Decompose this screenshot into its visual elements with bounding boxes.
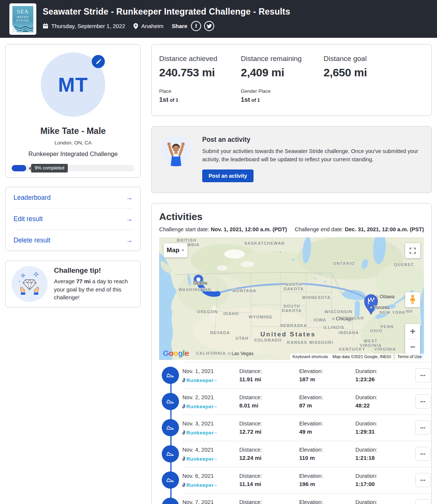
runkeeper-logo: ∂Runkeeper™ <box>182 456 239 462</box>
activity-shoe-badge <box>162 471 179 489</box>
street-view-pegman[interactable] <box>405 292 420 307</box>
route-map[interactable]: BRITISH COLUMBIASASKATCHEWANONTARIOQUEBE… <box>159 237 424 360</box>
tip-text: Average 77 mi a day to reach your goal b… <box>54 277 134 302</box>
keyboard-shortcuts[interactable]: Keyboard shortcuts <box>290 354 330 360</box>
seawater-stride-logo: SEA WATER STRIDE <box>12 6 33 32</box>
zoom-control: + − <box>405 324 420 354</box>
runkeeper-logo: ∂Runkeeper™ <box>182 403 239 409</box>
activity-elevation: Elevation: 110 m <box>299 447 355 461</box>
result-links-card: Leaderboard→Edit result→Delete result→ <box>5 187 141 251</box>
activity-row: Nov. 1, 2021 ∂Runkeeper™ Distance: 11.91… <box>159 362 424 388</box>
running-shoe-icon <box>166 502 175 504</box>
activity-row: Nov. 6, 2021 ∂Runkeeper™ Distance: 11.14… <box>159 467 424 493</box>
activity-duration: Duration: 1:29:31 <box>355 421 415 435</box>
arrow-right-icon: → <box>126 215 133 223</box>
page-title: Seawater Stride - Runkeeper Integrated C… <box>43 7 290 17</box>
edit-profile-button[interactable] <box>92 55 105 68</box>
activity-elevation: Elevation: 49 m <box>299 421 355 435</box>
activity-duration: Duration: 1:23:26 <box>355 368 415 382</box>
asics-mark-icon: ∂ <box>182 403 185 409</box>
avatar-initials: MT <box>58 73 88 96</box>
map-data-attribution: Map data ©2021 Google, INEGI <box>330 354 393 360</box>
challenge-start-date: Challenge start date:Nov. 1, 2021, 12:00… <box>159 226 287 232</box>
activity-menu-button[interactable]: ••• <box>415 473 431 487</box>
google-logo: Google <box>163 349 189 358</box>
link-leaderboard[interactable]: Leaderboard→ <box>13 187 133 208</box>
gender-place-stat: Gender Place 1st of 1 <box>241 88 271 104</box>
facebook-share-icon[interactable]: f <box>191 21 201 31</box>
tip-title: Challenge tip! <box>54 266 134 275</box>
challenge-logo: SEA WATER STRIDE <box>9 3 36 35</box>
post-activity-button[interactable]: Post an activity <box>202 169 254 182</box>
profile-card: MT Mike Tate - Male London, ON, CA Runke… <box>5 44 141 178</box>
arrow-right-icon: → <box>126 194 133 202</box>
link-edit-result[interactable]: Edit result→ <box>13 208 133 229</box>
fullscreen-icon <box>410 248 416 254</box>
asics-mark-icon: ∂ <box>182 377 185 383</box>
activity-menu-button[interactable]: ••• <box>415 421 431 435</box>
distance-stats-card: Distance achieved 240.753 mi Distance re… <box>151 44 432 116</box>
activity-list: Nov. 1, 2021 ∂Runkeeper™ Distance: 11.91… <box>159 362 424 504</box>
calendar-icon <box>43 23 48 29</box>
activities-title: Activities <box>159 211 424 223</box>
activity-row: Nov. 2, 2021 ∂Runkeeper™ Distance: 8.01 … <box>159 388 424 415</box>
activities-card: Activities Challenge start date:Nov. 1, … <box>151 203 432 504</box>
stat-distance-goal: Distance goal 2,650 mi <box>324 55 367 79</box>
activity-menu-button[interactable]: ••• <box>415 499 431 504</box>
activity-date: Nov. 2, 2021 <box>182 394 239 400</box>
activity-duration: Duration: 1:25:56 <box>355 499 415 504</box>
activity-distance: Distance: 11.91 mi <box>239 368 299 382</box>
activity-shoe-badge <box>162 393 179 410</box>
place-stat: Place 1st of 1 <box>159 88 241 104</box>
activity-date: Nov. 4, 2021 <box>182 446 239 453</box>
runkeeper-logo: ∂Runkeeper™ <box>182 430 239 436</box>
activity-menu-button[interactable]: ••• <box>415 368 431 382</box>
activity-elevation: Elevation: 87 m <box>299 394 355 409</box>
event-date: Thursday, September 1, 2022 <box>51 23 125 29</box>
activity-duration: Duration: 48:22 <box>355 394 415 409</box>
activity-distance: Distance: 14.03 mi <box>239 499 299 504</box>
terms-of-use-link[interactable]: Terms of Use <box>395 354 424 360</box>
share-label: Share <box>172 23 188 29</box>
running-shoe-icon <box>166 449 175 458</box>
athlete-name: Mike Tate - Male <box>12 126 134 136</box>
zoom-in-button[interactable]: + <box>405 324 420 339</box>
activity-elevation: Elevation: 196 m <box>299 473 355 487</box>
pencil-icon <box>95 59 101 65</box>
progress-tooltip: 9% completed <box>31 164 67 172</box>
fullscreen-button[interactable] <box>405 243 420 258</box>
link-delete-result[interactable]: Delete result→ <box>13 229 133 251</box>
map-canvas <box>159 237 424 360</box>
activity-shoe-badge <box>162 498 179 504</box>
arrow-right-icon: → <box>126 236 133 244</box>
activity-row: Nov. 3, 2021 ∂Runkeeper™ Distance: 12.72… <box>159 415 424 441</box>
activity-date: Nov. 3, 2021 <box>182 420 239 427</box>
pegman-icon <box>410 295 416 305</box>
runkeeper-logo: ∂Runkeeper™ <box>182 482 239 488</box>
post-activity-title: Post an activity <box>202 136 422 144</box>
event-location: Anaheim <box>141 23 163 29</box>
activity-date: Nov. 6, 2021 <box>182 473 239 479</box>
logo-waves <box>12 24 33 32</box>
running-shoe-icon <box>166 371 175 380</box>
app-header: SEA WATER STRIDE Seawater Stride - Runke… <box>0 0 437 38</box>
post-activity-description: Submit your activities towards the Seawa… <box>202 147 422 164</box>
activity-row: Nov. 4, 2021 ∂Runkeeper™ Distance: 12.24… <box>159 441 424 467</box>
progress-fill <box>12 165 26 171</box>
challenge-end-date: Challenge end date:Dec. 31, 2021, 12:00 … <box>295 226 424 232</box>
twitter-share-icon[interactable] <box>204 21 214 31</box>
activity-shoe-badge <box>162 419 179 436</box>
cheering-person-icon <box>161 136 191 167</box>
runkeeper-logo: ∂Runkeeper™ <box>182 377 239 383</box>
activity-distance: Distance: 12.72 mi <box>239 421 299 435</box>
challenge-tip-card: Challenge tip! Average 77 mi a day to re… <box>5 260 141 308</box>
activity-elevation: Elevation: 142 m <box>299 499 355 504</box>
activity-menu-button[interactable]: ••• <box>415 447 431 461</box>
athlete-location: London, ON, CA <box>12 140 134 146</box>
zoom-out-button[interactable]: − <box>405 339 420 354</box>
map-type-button[interactable]: Map▼ <box>164 243 188 257</box>
asics-mark-icon: ∂ <box>182 430 185 435</box>
activity-duration: Duration: 1:21:18 <box>355 447 415 461</box>
running-shoe-icon <box>166 397 175 406</box>
activity-menu-button[interactable]: ••• <box>415 394 431 409</box>
